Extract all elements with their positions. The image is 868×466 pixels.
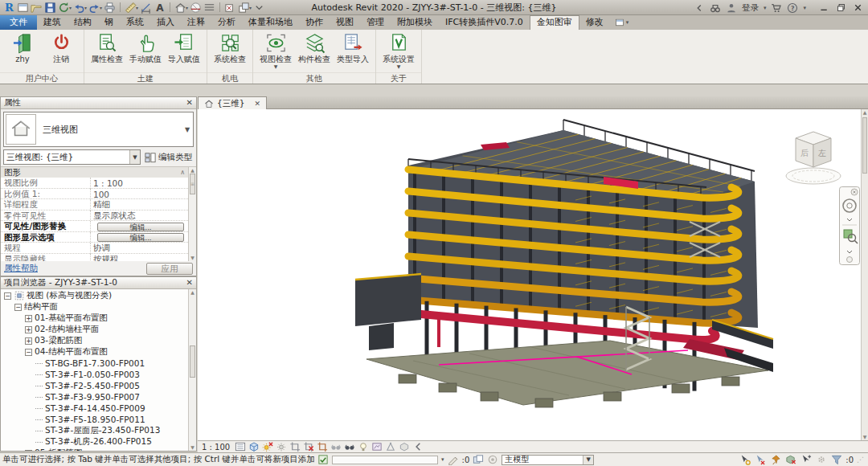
restore-button[interactable] (836, 2, 846, 13)
design-options-icon[interactable] (487, 454, 498, 465)
sel-pin-icon[interactable] (770, 454, 781, 465)
close-hidden-icon[interactable] (224, 1, 236, 14)
tree-item[interactable]: ST-3#-机房-26.400-FP015 (1, 436, 188, 448)
tree-item[interactable]: ST-3#-F3-9.950-FP007 (1, 391, 188, 403)
vc-collapse-icon[interactable] (412, 441, 424, 452)
help-icon[interactable]: ? (787, 2, 798, 14)
tree-item[interactable]: +01-基础平面布置图 (1, 313, 188, 324)
resize-grip[interactable]: ⋰ (857, 456, 866, 464)
vc-crop-x-icon[interactable] (303, 441, 314, 452)
edit-type-button[interactable]: 编辑类型 (143, 152, 194, 163)
type-selector[interactable]: 三维视图 ▼ (3, 112, 194, 147)
ui-toggle-icon[interactable] (17, 1, 29, 14)
viewcube-left-label[interactable]: 左 (818, 149, 826, 157)
vc-glasses-gray-icon[interactable] (330, 441, 342, 452)
design-options-combo[interactable]: 主模型 ▼ (502, 455, 594, 465)
undo-icon[interactable]: ▾ (73, 1, 87, 14)
viewcube-back-label[interactable]: 后 (800, 149, 809, 157)
view-tab-3d[interactable]: {三维} ✕ (198, 96, 267, 109)
edit-button[interactable]: 编辑... (97, 233, 185, 242)
type-import-button[interactable]: 类型导入 (334, 31, 372, 63)
browser-scrollbar[interactable]: ▲ ▼ (188, 289, 196, 451)
thin-lines-icon[interactable] (203, 1, 215, 14)
browser-scroll-up-icon[interactable]: ▲ (189, 289, 196, 295)
file-menu-button[interactable]: 文件 (0, 15, 37, 30)
vc-detail-icon[interactable] (235, 441, 246, 452)
open-icon[interactable] (31, 1, 43, 14)
ribbon-tab-IFC转换插件V0.7.0[interactable]: IFC转换插件V0.7.0 (439, 15, 530, 30)
canvas-vertical-scrollbar[interactable]: ▲ ▼ (861, 109, 868, 440)
design-options-dropdown-icon[interactable]: ▼ (583, 456, 593, 464)
properties-close-icon[interactable]: ✕ (186, 99, 193, 107)
account-icon[interactable] (726, 2, 737, 14)
import-assign-button[interactable]: 导入赋值 (165, 31, 203, 63)
tree-item[interactable]: ST-BG-BF1-7.300-FP001 (1, 358, 188, 369)
view-tab-close-icon[interactable]: ✕ (254, 100, 260, 108)
canvas-scroll-thumb[interactable] (862, 117, 867, 174)
property-row[interactable]: 比例值 1:100 (1, 189, 188, 200)
dimension-icon[interactable] (140, 1, 152, 14)
ribbon-tab-结构[interactable]: 结构 (68, 15, 98, 30)
tree-item[interactable]: ST-3#-F4-14.450-FP009 (1, 403, 188, 414)
property-row[interactable]: 详细程度精细 (1, 199, 188, 211)
property-row[interactable]: 可见性/图形替换编辑... (1, 221, 188, 232)
vc-sun-x-icon[interactable] (262, 441, 273, 452)
manual-assign-button[interactable]: 手动赋值 (126, 31, 165, 63)
infocenter-collapse-icon[interactable] (694, 2, 705, 14)
property-value[interactable]: 编辑... (91, 223, 188, 231)
component-check-button[interactable]: 构件检查 (295, 31, 334, 63)
property-value[interactable]: 按规程 (91, 254, 188, 262)
print-icon[interactable] (104, 1, 116, 14)
revit-logo-icon[interactable]: R (3, 1, 15, 14)
ribbon-tab-建筑[interactable]: 建筑 (37, 15, 68, 30)
ribbon-tab-视图[interactable]: 视图 (330, 15, 360, 30)
scroll-down-icon[interactable]: ▼ (189, 255, 196, 260)
property-row[interactable]: 零件可见性显示原状态 (1, 211, 188, 222)
type-selector-dropdown-icon[interactable]: ▼ (182, 126, 193, 133)
chev-icon[interactable] (253, 1, 265, 14)
tree-item[interactable]: ST-3#-F5-18.950-FP011 (1, 414, 188, 425)
section-icon[interactable] (190, 1, 202, 14)
ribbon-tab-分析[interactable]: 分析 (211, 15, 242, 30)
properties-scrollbar[interactable]: ▲ ≡ ▼ (188, 167, 196, 261)
property-value[interactable]: 协调 (91, 243, 188, 254)
property-value[interactable]: 100 (91, 190, 188, 199)
tree-item[interactable]: −结构平面 (1, 301, 188, 313)
browser-scroll-down-icon[interactable]: ▼ (189, 444, 196, 450)
ribbon-tab-体量和场地[interactable]: 体量和场地 (242, 15, 299, 30)
vc-crop-show-icon[interactable] (317, 441, 328, 452)
properties-header[interactable]: 属性 ✕ (1, 97, 196, 109)
scroll-up-icon[interactable]: ▲ (189, 167, 196, 173)
model-3d-view[interactable] (198, 109, 868, 440)
sel-face-icon[interactable] (785, 454, 796, 465)
vc-glasses-icon[interactable] (344, 441, 355, 452)
canvas-scroll-up-icon[interactable]: ▲ (862, 109, 868, 115)
navbar-options-icon[interactable] (847, 257, 853, 263)
property-row[interactable]: 图形显示选项编辑... (1, 232, 188, 243)
tree-item[interactable]: ST-3#-F2-5.450-FP005 (1, 380, 188, 391)
ribbon-tab-修改[interactable]: 修改 (579, 15, 610, 30)
property-row[interactable]: 规程协调 (1, 243, 188, 254)
close-button[interactable] (853, 2, 863, 13)
login-dropdown-icon[interactable]: ▾ (764, 5, 767, 11)
worksharing-icon[interactable] (317, 454, 329, 465)
tree-item[interactable]: +05-板配筋图 (1, 448, 188, 451)
tree-expander-icon[interactable]: + (25, 337, 32, 345)
tree-expander-icon[interactable]: − (4, 292, 11, 300)
vc-bulb-icon[interactable] (358, 441, 369, 452)
ribbon-tab-协作[interactable]: 协作 (299, 15, 330, 30)
ribbon-tab-金知图审[interactable]: 金知图审 (530, 15, 579, 30)
tree-item[interactable]: −视图 (标高与视图分类) (1, 290, 188, 301)
ribbon-tab-系统[interactable]: 系统 (120, 15, 150, 30)
logout-button[interactable]: 注销 (42, 31, 80, 63)
tree-item[interactable]: +02-结构墙柱平面 (1, 324, 188, 335)
status-field-dropdown-icon[interactable]: ▾ (441, 456, 444, 463)
view-scale-button[interactable]: 1 : 100 (202, 443, 230, 452)
project-browser-close-icon[interactable]: ✕ (186, 279, 193, 287)
model-canvas[interactable]: 后 左 (198, 109, 868, 440)
help-dropdown-icon[interactable]: ▾ (803, 5, 806, 11)
sel-drag-icon[interactable] (800, 454, 812, 465)
vc-crop-icon[interactable] (289, 441, 301, 452)
ribbon-tab-钢[interactable]: 钢 (98, 15, 120, 30)
properties-scroll-thumb[interactable]: ≡ (190, 174, 195, 194)
